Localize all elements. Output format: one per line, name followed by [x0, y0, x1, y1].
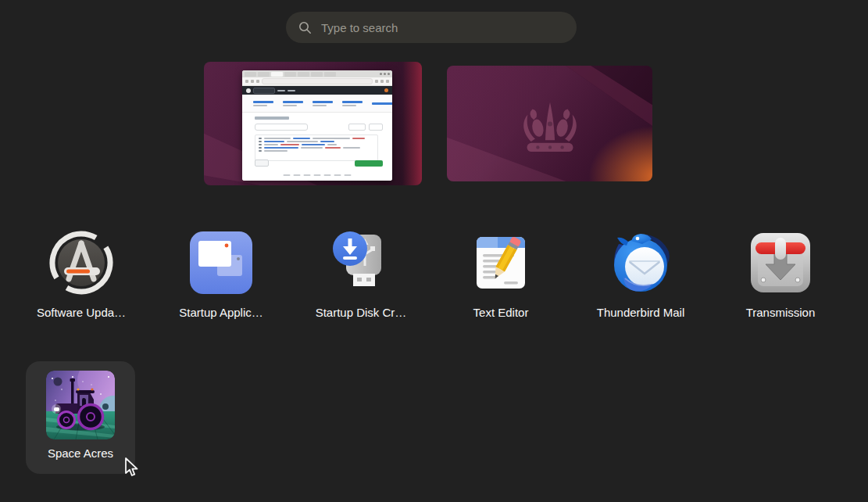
- app-label: Thunderbird Mail: [597, 306, 685, 319]
- app-startup-applications[interactable]: Startup Applic…: [165, 230, 277, 319]
- secondary-button: [255, 160, 269, 167]
- app-space-acres[interactable]: Space Acres: [26, 361, 135, 474]
- app-label: Startup Disk Cr…: [316, 306, 407, 319]
- app-software-updater[interactable]: Software Upda…: [25, 230, 138, 319]
- thunderbird-icon: [608, 230, 673, 296]
- workspace-thumbnail-1[interactable]: [204, 62, 422, 185]
- code-block: [255, 134, 378, 161]
- startup-disk-creator-icon: [328, 230, 394, 296]
- window-controls: [380, 73, 390, 75]
- search-input[interactable]: [320, 20, 541, 35]
- startup-applications-icon: [188, 230, 254, 296]
- app-text-editor[interactable]: Text Editor: [445, 230, 557, 319]
- ubuntu-crown-emblem: [509, 92, 591, 161]
- site-dark-header: [242, 86, 392, 95]
- site-footer: [284, 174, 352, 176]
- app-label: Software Upda…: [37, 306, 126, 319]
- activities-overview: Software Upda… Startup Applic…: [0, 0, 868, 502]
- browser-tab-bar: [242, 70, 392, 77]
- transmission-icon: [748, 230, 813, 296]
- search-bar[interactable]: [286, 12, 577, 43]
- commit-button: [355, 160, 383, 167]
- browser-window-preview[interactable]: [242, 70, 392, 181]
- site-nav-links: [242, 95, 392, 113]
- app-transmission[interactable]: Transmission: [724, 230, 837, 319]
- app-label: Text Editor: [473, 306, 529, 319]
- app-startup-disk-creator[interactable]: Startup Disk Cr…: [305, 230, 417, 319]
- app-label: Startup Applic…: [179, 306, 263, 319]
- workspace-thumbnail-2[interactable]: [447, 66, 652, 181]
- app-thunderbird[interactable]: Thunderbird Mail: [584, 230, 697, 319]
- app-label: Transmission: [746, 306, 816, 319]
- browser-address-bar: [242, 77, 392, 86]
- app-label: Space Acres: [48, 446, 113, 460]
- text-editor-icon: [468, 230, 534, 296]
- site-content: [242, 113, 392, 181]
- search-icon: [298, 21, 312, 34]
- software-updater-icon: [48, 230, 114, 296]
- space-acres-icon: [46, 371, 115, 439]
